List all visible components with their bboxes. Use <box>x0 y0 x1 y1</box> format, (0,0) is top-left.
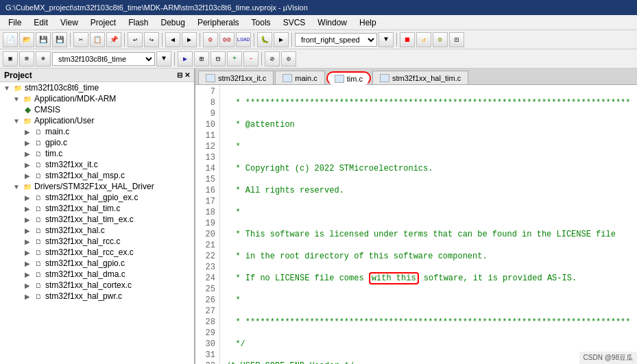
expand-gpio[interactable]: ▶ <box>22 139 33 147</box>
reset-btn[interactable]: ↺ <box>416 32 431 47</box>
project-tree[interactable]: ▼ 📁 stm32f103c8t6_time ▼ 📁 Application/M… <box>0 82 194 364</box>
tree-item-hal[interactable]: ▶ 🗋 stm32f1xx_hal.c <box>0 225 194 236</box>
rebuild-btn[interactable]: ⚙⚙ <box>219 32 235 47</box>
expand-hal-rcc-ex[interactable]: ▶ <box>22 249 33 256</box>
tree-item-appuser[interactable]: ▼ 📁 Application/User <box>0 115 194 126</box>
tab-hal-tim[interactable]: stm32f1xx_hal_tim.c <box>372 71 468 84</box>
menu-view[interactable]: View <box>55 16 84 29</box>
expand-it[interactable]: ▶ <box>22 161 33 169</box>
tab-icon-it <box>206 74 215 82</box>
expand-mdk[interactable]: ▼ <box>11 95 22 103</box>
target-options-btn[interactable]: ▼ <box>378 32 394 47</box>
nav-back-btn[interactable]: ◀ <box>165 32 180 47</box>
tree-item-tim[interactable]: ▶ 🗋 tim.c <box>0 148 194 159</box>
paste-btn[interactable]: 📌 <box>106 32 121 47</box>
tree-item-hal-tim-ex[interactable]: ▶ 🗋 stm32f1xx_hal_tim_ex.c <box>0 214 194 225</box>
menu-flash[interactable]: Flash <box>123 16 154 29</box>
tree-item-it[interactable]: ▶ 🗋 stm32f1xx_it.c <box>0 159 194 170</box>
tree-item-gpio-ex[interactable]: ▶ 🗋 stm32f1xx_hal_gpio_ex.c <box>0 192 194 203</box>
tree-item-main[interactable]: ▶ 🗋 main.c <box>0 126 194 137</box>
tree-item-hal-rcc[interactable]: ▶ 🗋 stm32f1xx_hal_rcc.c <box>0 236 194 247</box>
tree-item-gpio[interactable]: ▶ 🗋 gpio.c <box>0 137 194 148</box>
code-content[interactable]: * **************************************… <box>220 85 637 364</box>
tree-item-hal-rcc-ex[interactable]: ▶ 🗋 stm32f1xx_hal_rcc_ex.c <box>0 247 194 258</box>
menu-project[interactable]: Project <box>85 16 121 29</box>
tb2-btn7[interactable]: + <box>227 51 242 66</box>
file-icon-hal-pwr: 🗋 <box>33 291 44 301</box>
nav-fwd-btn[interactable]: ▶ <box>182 32 197 47</box>
menu-tools[interactable]: Tools <box>246 16 276 29</box>
tab-tim[interactable]: tim.c <box>326 71 371 85</box>
tree-label-hal-rcc: stm32f1xx_hal_rcc.c <box>45 236 120 246</box>
undo-btn[interactable]: ↩ <box>128 32 143 47</box>
expand-msp[interactable]: ▶ <box>22 172 33 180</box>
proj-dropdown-btn[interactable]: ▼ <box>156 51 171 66</box>
menu-file[interactable]: File <box>3 16 27 29</box>
new-file-btn[interactable]: 📄 <box>3 32 18 47</box>
save-btn[interactable]: 💾 <box>36 32 51 47</box>
tree-item-root[interactable]: ▼ 📁 stm32f103c8t6_time <box>0 82 194 93</box>
open-btn[interactable]: 📂 <box>19 32 34 47</box>
ln23: 23 <box>200 262 215 273</box>
redo-btn[interactable]: ↪ <box>144 32 159 47</box>
tb2-btn1[interactable]: ▣ <box>3 51 18 66</box>
expand-hal-gpio[interactable]: ▶ <box>22 260 33 267</box>
save-all-btn[interactable]: 💾 <box>52 32 67 47</box>
tree-item-mdk[interactable]: ▼ 📁 Application/MDK-ARM <box>0 93 194 104</box>
menu-window[interactable]: Window <box>312 16 352 29</box>
stop-btn[interactable]: ⏹ <box>400 32 415 47</box>
tree-item-hal-tim[interactable]: ▶ 🗋 stm32f1xx_hal_tim.c <box>0 203 194 214</box>
expand-appuser[interactable]: ▼ <box>11 117 22 125</box>
expand-tim[interactable]: ▶ <box>22 150 33 158</box>
tree-item-hal-dma[interactable]: ▶ 🗋 stm32f1xx_hal_dma.c <box>0 269 194 280</box>
tree-item-drivers[interactable]: ▼ 📁 Drivers/STM32F1xx_HAL_Driver <box>0 181 194 192</box>
expand-main[interactable]: ▶ <box>22 128 33 136</box>
expand-hal[interactable]: ▶ <box>22 227 33 234</box>
expand-cmsis[interactable] <box>11 106 22 114</box>
tb2-btn3[interactable]: ⊕ <box>36 51 51 66</box>
expand-hal-tim[interactable]: ▶ <box>22 205 33 213</box>
tree-item-hal-pwr[interactable]: ▶ 🗋 stm32f1xx_hal_pwr.c <box>0 291 194 302</box>
build-btn[interactable]: ⚙ <box>203 32 218 47</box>
cut-btn[interactable]: ✂ <box>73 32 88 47</box>
sep3 <box>162 33 163 47</box>
tb2-btn6[interactable]: ⊟ <box>211 51 226 66</box>
tree-item-hal-gpio[interactable]: ▶ 🗋 stm32f1xx_hal_gpio.c <box>0 258 194 269</box>
run-btn[interactable]: ▶ <box>274 32 289 47</box>
tb2-btn2[interactable]: ⊞ <box>19 51 34 66</box>
copy-btn[interactable]: 📋 <box>90 32 105 47</box>
menu-svcs[interactable]: SVCS <box>278 16 311 29</box>
tb2-btn9[interactable]: ⊘ <box>265 51 280 66</box>
tb2-btn4[interactable]: ▶ <box>178 51 193 66</box>
settings-btn[interactable]: ⚙ <box>433 32 448 47</box>
menu-debug[interactable]: Debug <box>156 16 191 29</box>
menu-edit[interactable]: Edit <box>28 16 53 29</box>
tree-item-hal-cortex[interactable]: ▶ 🗋 stm32f1xx_hal_cortex.c <box>0 280 194 291</box>
tree-item-msp[interactable]: ▶ 🗋 stm32f1xx_hal_msp.c <box>0 170 194 181</box>
debug-btn[interactable]: 🐛 <box>257 32 272 47</box>
menu-peripherals[interactable]: Peripherals <box>192 16 245 29</box>
expand-drivers[interactable]: ▼ <box>11 183 22 191</box>
tb2-btn5[interactable]: ⊞ <box>194 51 209 66</box>
expand-hal-cortex[interactable]: ▶ <box>22 282 33 289</box>
tab-it[interactable]: stm32f1xx_it.c <box>198 71 274 84</box>
folder-icon-mdk: 📁 <box>22 94 33 104</box>
load-btn[interactable]: LOAD <box>236 32 251 47</box>
menu-help[interactable]: Help <box>354 16 382 29</box>
expand-hal-dma[interactable]: ▶ <box>22 271 33 278</box>
expand-hal-pwr[interactable]: ▶ <box>22 293 33 300</box>
fullscreen-btn[interactable]: ⊡ <box>449 32 464 47</box>
tb2-btn8[interactable]: - <box>243 51 259 66</box>
target-dropdown[interactable]: front_right_speed <box>295 33 377 47</box>
tb2-btn10[interactable]: ⊙ <box>281 51 296 66</box>
expand-root[interactable]: ▼ <box>1 84 12 92</box>
file-icon-hal-tim-ex: 🗋 <box>33 215 44 224</box>
project-dropdown[interactable]: stm32f103c8t6_time <box>52 52 155 66</box>
tree-label-hal-tim-ex: stm32f1xx_hal_tim_ex.c <box>45 215 134 224</box>
expand-hal-rcc[interactable]: ▶ <box>22 238 33 245</box>
code-area[interactable]: 7 8 9 10 11 12 13 14 15 16 17 18 19 20 2… <box>195 85 637 364</box>
tree-item-cmsis[interactable]: ◆ CMSIS <box>0 104 194 115</box>
expand-gpio-ex[interactable]: ▶ <box>22 194 33 202</box>
tab-main[interactable]: main.c <box>275 71 324 84</box>
expand-hal-tim-ex[interactable]: ▶ <box>22 216 33 223</box>
